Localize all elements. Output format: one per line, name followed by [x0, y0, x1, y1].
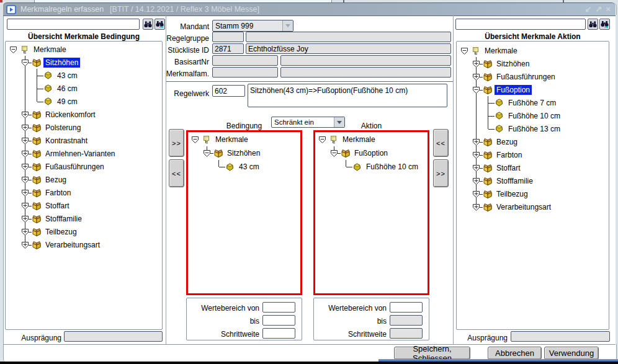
expand-handle-icon[interactable]: [21, 175, 29, 184]
tree-node[interactable]: Polsterung: [7, 121, 117, 134]
tree-node[interactable]: Teilbezug: [7, 225, 117, 238]
tree-node[interactable]: Farbton: [7, 186, 117, 199]
auspraegung-field[interactable]: [64, 331, 163, 342]
close-window-button[interactable]: ×: [606, 5, 611, 14]
tree-node[interactable]: Farbton: [459, 148, 562, 161]
expand-handle-icon[interactable]: [21, 189, 29, 197]
tree-node-label[interactable]: Merkmale: [341, 135, 377, 144]
expand-handle-icon[interactable]: [21, 241, 29, 249]
tree-node-label[interactable]: Fußausführungen: [495, 72, 557, 82]
mandant-dropdown[interactable]: Stamm 999: [212, 20, 293, 32]
expand-handle-icon[interactable]: [21, 202, 29, 210]
tree-node-label[interactable]: 43 cm: [55, 71, 79, 81]
tree-node[interactable]: Armlehnen-Varianten: [7, 147, 117, 160]
tree-node-label[interactable]: Fußoption: [495, 85, 532, 95]
tree-node-label[interactable]: Fußhöhe 13 cm: [506, 124, 562, 134]
tree-node-label[interactable]: Sitzhöhen: [225, 148, 262, 158]
expand-handle-icon[interactable]: [21, 136, 29, 144]
basisart-text-field[interactable]: [280, 55, 451, 66]
tree-node[interactable]: Stofffamilie: [459, 174, 562, 187]
expand-handle-icon[interactable]: [472, 60, 480, 68]
tree-node-label[interactable]: Polsterung: [43, 123, 83, 133]
tree-node[interactable]: Stofffamilie: [7, 212, 117, 225]
tree-node-label[interactable]: 49 cm: [55, 97, 79, 107]
tree-node[interactable]: Bezug: [7, 173, 117, 186]
tree-node-label[interactable]: Sitzhöhen: [43, 58, 80, 68]
tree-node-label[interactable]: Verarbeitungsart: [495, 202, 553, 212]
tree-node-label[interactable]: Kontrastnaht: [43, 136, 89, 146]
collapse-handle-icon[interactable]: [9, 45, 17, 53]
auspraegung-field[interactable]: [511, 331, 610, 342]
expand-handle-icon[interactable]: [472, 203, 480, 211]
search-next-binoculars-button[interactable]: [599, 19, 610, 30]
bedingung-search-input[interactable]: [7, 19, 140, 30]
bedingung-bis-field[interactable]: [262, 315, 295, 326]
tree-node[interactable]: Merkmale: [7, 43, 117, 56]
tree-node[interactable]: Fußhöhe 10 cm: [459, 109, 562, 122]
remove-from-bedingung-button[interactable]: <<: [169, 159, 184, 187]
tree-node[interactable]: 43 cm: [189, 160, 262, 174]
tree-node-label[interactable]: Bezug: [43, 175, 68, 185]
tree-node[interactable]: Merkmale: [316, 133, 420, 146]
bedingung-von-field[interactable]: [262, 302, 295, 313]
tree-node-label[interactable]: Farbton: [43, 188, 73, 198]
aktion-search-input[interactable]: [455, 19, 586, 30]
tree-node-label[interactable]: Fußhöhe 10 cm: [364, 162, 420, 172]
tree-node-label[interactable]: Merkmale: [483, 46, 519, 56]
tree-node-label[interactable]: Stoffart: [495, 163, 522, 173]
expand-handle-icon[interactable]: [472, 151, 480, 159]
tree-node-label[interactable]: 46 cm: [55, 84, 79, 94]
tree-node[interactable]: Verarbeitungsart: [459, 200, 562, 213]
tree-node[interactable]: Sitzhöhen: [459, 57, 562, 70]
tree-node[interactable]: Teilbezug: [459, 187, 562, 200]
tree-node-label[interactable]: Fußhöhe 7 cm: [506, 98, 558, 108]
collapse-handle-icon[interactable]: [191, 135, 199, 143]
tree-node-label[interactable]: Rückenkomfort: [43, 110, 97, 120]
tree-node[interactable]: 46 cm: [7, 82, 117, 95]
tree-node-label[interactable]: Sitzhöhen: [495, 59, 531, 69]
tree-node-label[interactable]: Fußausführungen: [43, 162, 106, 172]
undock-window-button[interactable]: ↗: [596, 5, 602, 14]
expand-handle-icon[interactable]: [472, 177, 480, 185]
speichern-schliessen-button[interactable]: Speichern, Schliessen: [394, 347, 470, 360]
tree-node-label[interactable]: Stoffart: [43, 201, 71, 211]
remove-from-aktion-button[interactable]: <<: [433, 129, 449, 157]
tree-node-label[interactable]: Bezug: [495, 137, 519, 147]
dock-window-button[interactable]: ↙: [585, 5, 592, 14]
search-binoculars-button[interactable]: [143, 19, 153, 30]
tree-node[interactable]: Merkmale: [459, 44, 562, 57]
tree-node-label[interactable]: Merkmale: [213, 135, 250, 144]
tree-node-label[interactable]: Merkmale: [32, 45, 68, 55]
aktion-bis-field[interactable]: [390, 315, 423, 326]
expand-handle-icon[interactable]: [21, 123, 29, 131]
expand-handle-icon[interactable]: [21, 149, 29, 158]
collapse-handle-icon[interactable]: [472, 86, 480, 94]
tree-node[interactable]: Verarbeitungsart: [7, 238, 117, 251]
expand-handle-icon[interactable]: [472, 73, 480, 81]
tree-node[interactable]: Kontrastnaht: [7, 134, 117, 147]
collapse-handle-icon[interactable]: [203, 149, 211, 157]
expand-handle-icon[interactable]: [472, 190, 480, 198]
tree-node[interactable]: Fußausführungen: [459, 70, 562, 83]
move-to-bedingung-button[interactable]: >>: [169, 129, 184, 157]
expand-handle-icon[interactable]: [472, 164, 480, 172]
stueckliste-id-field[interactable]: [212, 43, 244, 54]
expand-handle-icon[interactable]: [472, 138, 480, 146]
tree-node-label[interactable]: Stofffamilie: [495, 176, 535, 186]
tree-node[interactable]: Fußausführungen: [7, 160, 117, 173]
expand-handle-icon[interactable]: [21, 162, 29, 171]
regelwerk-text-field[interactable]: Sitzhöhen(43 cm)=>Fußoption(Fußhöhe 10 c…: [248, 84, 447, 107]
bedingung-schrittweite-field[interactable]: [262, 328, 295, 339]
tree-node[interactable]: 43 cm: [7, 69, 117, 82]
stueckliste-text-field[interactable]: [246, 43, 451, 54]
tree-node[interactable]: Sitzhöhen: [189, 146, 262, 160]
aktion-schrittweite-field[interactable]: [390, 328, 423, 339]
tree-node-label[interactable]: 43 cm: [237, 162, 261, 172]
collapse-handle-icon[interactable]: [330, 149, 338, 157]
tree-node[interactable]: Fußhöhe 13 cm: [459, 122, 562, 135]
abbrechen-button[interactable]: Abbrechen: [488, 347, 542, 360]
collapse-handle-icon[interactable]: [21, 58, 29, 66]
tree-node-label[interactable]: Armlehnen-Varianten: [43, 149, 117, 159]
tree-node[interactable]: Bezug: [459, 135, 562, 148]
merkmalfam-text-field[interactable]: [280, 67, 451, 78]
